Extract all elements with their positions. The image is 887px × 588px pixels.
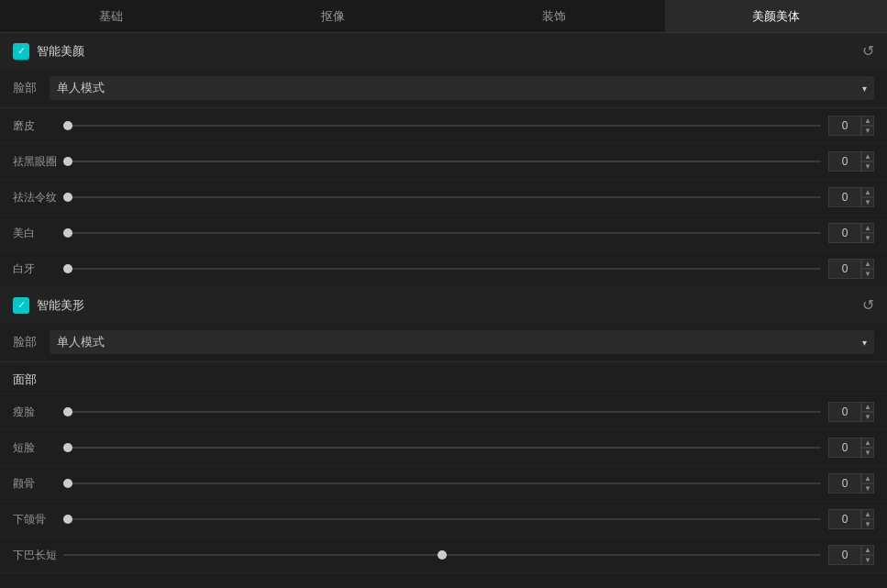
spinner-up-meibai[interactable]: ▲ [861, 223, 874, 233]
spinner-up-duanlian[interactable]: ▲ [861, 438, 874, 448]
beauty-checkbox[interactable]: ✓ [13, 43, 29, 60]
slider-thumb-falingwen[interactable] [63, 193, 72, 202]
slider-row-moapi: 磨皮 0 ▲ ▼ [0, 108, 887, 144]
value-box-meibai: 0 ▲ ▼ [828, 223, 874, 243]
spinner-falingwen: ▲ ▼ [861, 187, 874, 207]
slider-label-heiyanjuan: 祛黑眼圈 [13, 154, 63, 170]
spinner-up-xiabachangduan[interactable]: ▲ [861, 545, 874, 555]
spinner-up-moapi[interactable]: ▲ [861, 116, 874, 126]
shape-section-header: ✓ 智能美形 ↺ [0, 287, 887, 323]
value-box-shoulian: 0 ▲ ▼ [828, 402, 874, 422]
spinner-duanlian: ▲ ▼ [861, 438, 874, 458]
shape-face-mode-row: 脸部 单人模式 ▾ [0, 323, 887, 362]
slider-row-falingwen: 祛法令纹 0 ▲ ▼ [0, 180, 887, 216]
beauty-section-title: 智能美颜 [37, 43, 84, 60]
slider-quangu[interactable] [63, 474, 821, 493]
slider-falingwen[interactable] [63, 188, 821, 206]
spinner-down-baiya[interactable]: ▼ [861, 269, 874, 279]
spinner-down-xiahegu[interactable]: ▼ [861, 519, 874, 529]
value-box-xiabachangduan: 0 ▲ ▼ [828, 545, 874, 565]
beauty-section-header: ✓ 智能美颜 ↺ [0, 33, 887, 69]
slider-row-duanlian: 短脸 0 ▲ ▼ [0, 430, 887, 466]
slider-label-shoulian: 瘦脸 [13, 405, 63, 420]
value-box-heiyanjuan: 0 ▲ ▼ [828, 151, 874, 172]
slider-track-moapi [63, 125, 821, 127]
value-box-duanlian: 0 ▲ ▼ [828, 438, 874, 458]
spinner-heiyanjuan: ▲ ▼ [861, 151, 874, 172]
spinner-down-quangu[interactable]: ▼ [861, 483, 874, 494]
slider-row-xiahegu: 下颌骨 0 ▲ ▼ [0, 502, 887, 538]
slider-heiyanjuan[interactable] [63, 152, 821, 171]
spinner-down-xiabachangduan[interactable]: ▼ [861, 555, 874, 565]
slider-thumb-xiahegu[interactable] [63, 515, 72, 524]
slider-row-xiabachangduan: 下巴长短 0 ▲ ▼ [0, 538, 887, 573]
spinner-down-heiyanjuan[interactable]: ▼ [861, 161, 874, 172]
tab-basic[interactable]: 基础 [0, 0, 222, 32]
slider-label-meibai: 美白 [13, 226, 63, 241]
slider-shoulian[interactable] [63, 403, 821, 421]
slider-thumb-shoulian[interactable] [63, 407, 72, 416]
slider-label-baiya: 白牙 [13, 261, 63, 277]
value-num-duanlian: 0 [828, 438, 861, 458]
slider-track-baiya [63, 268, 821, 270]
value-box-moapi: 0 ▲ ▼ [828, 116, 874, 136]
shape-face-mode-label: 脸部 [13, 334, 50, 350]
slider-xiabachangduan[interactable] [63, 546, 821, 564]
shape-reset-button[interactable]: ↺ [862, 296, 874, 314]
slider-baiya[interactable] [63, 260, 821, 278]
slider-label-duanlian: 短脸 [13, 440, 63, 456]
slider-thumb-quangu[interactable] [63, 479, 72, 488]
spinner-baiya: ▲ ▼ [861, 259, 874, 279]
spinner-up-shoulian[interactable]: ▲ [861, 402, 874, 412]
slider-thumb-baiya[interactable] [63, 264, 72, 273]
slider-track-heiyanjuan [63, 161, 821, 162]
value-box-quangu: 0 ▲ ▼ [828, 473, 874, 494]
shape-section-left: ✓ 智能美形 [13, 297, 84, 314]
value-num-falingwen: 0 [828, 187, 861, 207]
slider-label-quangu: 颧骨 [13, 476, 63, 492]
slider-meibai[interactable] [63, 224, 821, 242]
spinner-down-falingwen[interactable]: ▼ [861, 197, 874, 207]
value-num-heiyanjuan: 0 [828, 151, 861, 172]
spinner-shoulian: ▲ ▼ [861, 402, 874, 422]
slider-thumb-xiabachangduan[interactable] [438, 550, 447, 560]
spinner-quangu: ▲ ▼ [861, 473, 874, 494]
spinner-up-baiya[interactable]: ▲ [861, 259, 874, 269]
spinner-down-shoulian[interactable]: ▼ [861, 412, 874, 422]
slider-row-quangu: 颧骨 0 ▲ ▼ [0, 466, 887, 502]
spinner-down-moapi[interactable]: ▼ [861, 126, 874, 136]
beauty-face-mode-row: 脸部 单人模式 ▾ [0, 69, 887, 108]
spinner-up-xiahegu[interactable]: ▲ [861, 509, 874, 519]
spinner-up-heiyanjuan[interactable]: ▲ [861, 151, 874, 161]
slider-row-heiyanjuan: 祛黑眼圈 0 ▲ ▼ [0, 144, 887, 180]
slider-track-xiabachangduan [63, 554, 821, 556]
slider-thumb-duanlian[interactable] [63, 443, 72, 452]
tab-bar: 基础 抠像 装饰 美颜美体 [0, 0, 887, 33]
spinner-xiahegu: ▲ ▼ [861, 509, 874, 529]
value-num-moapi: 0 [828, 116, 861, 136]
value-num-xiahegu: 0 [828, 509, 861, 529]
slider-track-quangu [63, 483, 821, 484]
spinner-down-meibai[interactable]: ▼ [861, 233, 874, 243]
slider-label-xiabachangduan: 下巴长短 [13, 548, 63, 563]
tab-portrait[interactable]: 抠像 [222, 0, 444, 32]
slider-thumb-meibai[interactable] [63, 228, 72, 238]
shape-face-mode-select[interactable]: 单人模式 ▾ [50, 330, 874, 354]
tab-template[interactable]: 装饰 [444, 0, 666, 32]
slider-duanlian[interactable] [63, 438, 821, 457]
slider-thumb-heiyanjuan[interactable] [63, 157, 72, 166]
value-num-quangu: 0 [828, 473, 861, 494]
tab-beauty[interactable]: 美颜美体 [665, 0, 887, 32]
beauty-reset-button[interactable]: ↺ [862, 42, 874, 60]
slider-xiahegu[interactable] [63, 510, 821, 528]
spinner-down-duanlian[interactable]: ▼ [861, 448, 874, 458]
shape-checkbox[interactable]: ✓ [13, 297, 29, 314]
slider-thumb-moapi[interactable] [63, 121, 72, 130]
slider-moapi[interactable] [63, 116, 821, 135]
spinner-up-quangu[interactable]: ▲ [861, 473, 874, 483]
slider-row-meibai: 美白 0 ▲ ▼ [0, 216, 887, 251]
slider-track-falingwen [63, 196, 821, 198]
slider-label-moapi: 磨皮 [13, 118, 63, 134]
spinner-up-falingwen[interactable]: ▲ [861, 187, 874, 197]
beauty-face-mode-select[interactable]: 单人模式 ▾ [50, 76, 874, 100]
